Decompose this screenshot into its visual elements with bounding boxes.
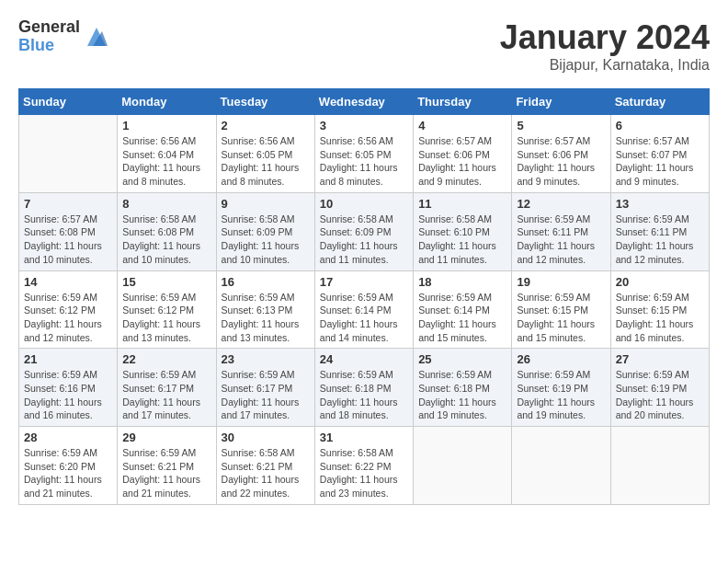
calendar-week-row: 28Sunrise: 6:59 AM Sunset: 6:20 PM Dayli… (19, 427, 710, 505)
calendar-day-cell: 31Sunrise: 6:58 AM Sunset: 6:22 PM Dayli… (314, 427, 413, 505)
day-number: 10 (320, 197, 408, 211)
calendar-day-cell: 10Sunrise: 6:58 AM Sunset: 6:09 PM Dayli… (314, 192, 413, 270)
logo: General Blue (18, 18, 109, 55)
calendar-day-cell: 24Sunrise: 6:59 AM Sunset: 6:18 PM Dayli… (314, 349, 413, 427)
day-info: Sunrise: 6:58 AM Sunset: 6:09 PM Dayligh… (320, 213, 408, 267)
calendar-day-cell: 28Sunrise: 6:59 AM Sunset: 6:20 PM Dayli… (19, 427, 118, 505)
day-info: Sunrise: 6:57 AM Sunset: 6:08 PM Dayligh… (24, 213, 112, 267)
day-info: Sunrise: 6:59 AM Sunset: 6:11 PM Dayligh… (616, 213, 704, 267)
day-number: 2 (222, 119, 310, 132)
calendar-week-row: 7Sunrise: 6:57 AM Sunset: 6:08 PM Daylig… (19, 192, 710, 270)
calendar-day-cell (19, 115, 118, 193)
day-number: 3 (320, 119, 408, 132)
day-number: 22 (122, 352, 210, 366)
day-of-week-header: Tuesday (216, 89, 314, 115)
day-number: 15 (122, 275, 210, 289)
calendar-day-cell: 8Sunrise: 6:58 AM Sunset: 6:08 PM Daylig… (118, 192, 216, 270)
day-number: 5 (517, 119, 605, 132)
day-info: Sunrise: 6:56 AM Sunset: 6:05 PM Dayligh… (222, 134, 310, 189)
day-info: Sunrise: 6:59 AM Sunset: 6:21 PM Dayligh… (122, 446, 210, 500)
day-number: 28 (24, 431, 112, 444)
calendar-day-cell: 1Sunrise: 6:56 AM Sunset: 6:04 PM Daylig… (118, 115, 216, 193)
day-info: Sunrise: 6:56 AM Sunset: 6:04 PM Dayligh… (122, 134, 210, 189)
logo-general-text: General (18, 18, 80, 37)
logo-icon (84, 24, 109, 50)
calendar-day-cell: 25Sunrise: 6:59 AM Sunset: 6:18 PM Dayli… (414, 349, 512, 427)
calendar-day-cell: 22Sunrise: 6:59 AM Sunset: 6:17 PM Dayli… (118, 349, 216, 427)
calendar-day-cell: 2Sunrise: 6:56 AM Sunset: 6:05 PM Daylig… (216, 115, 314, 193)
day-info: Sunrise: 6:57 AM Sunset: 6:06 PM Dayligh… (418, 134, 506, 189)
day-number: 29 (122, 431, 210, 444)
calendar-day-cell: 7Sunrise: 6:57 AM Sunset: 6:08 PM Daylig… (19, 192, 118, 270)
calendar-day-cell: 13Sunrise: 6:59 AM Sunset: 6:11 PM Dayli… (610, 192, 709, 270)
day-number: 14 (24, 275, 112, 289)
day-number: 9 (222, 197, 310, 211)
day-number: 23 (222, 352, 310, 366)
day-info: Sunrise: 6:59 AM Sunset: 6:16 PM Dayligh… (24, 368, 112, 422)
calendar-week-row: 14Sunrise: 6:59 AM Sunset: 6:12 PM Dayli… (19, 270, 710, 349)
day-info: Sunrise: 6:57 AM Sunset: 6:06 PM Dayligh… (517, 134, 605, 189)
calendar-day-cell: 26Sunrise: 6:59 AM Sunset: 6:19 PM Dayli… (512, 349, 610, 427)
day-number: 21 (24, 352, 112, 366)
calendar-day-cell (610, 427, 709, 505)
day-of-week-header: Saturday (610, 89, 709, 115)
day-number: 19 (517, 275, 605, 289)
day-number: 24 (320, 352, 408, 366)
calendar-day-cell: 4Sunrise: 6:57 AM Sunset: 6:06 PM Daylig… (414, 115, 512, 193)
day-info: Sunrise: 6:59 AM Sunset: 6:18 PM Dayligh… (320, 368, 408, 422)
day-of-week-header: Wednesday (314, 89, 413, 115)
day-number: 18 (418, 275, 506, 289)
day-number: 13 (616, 197, 704, 211)
day-number: 17 (320, 275, 408, 289)
day-info: Sunrise: 6:59 AM Sunset: 6:15 PM Dayligh… (517, 291, 605, 345)
calendar-header-row: SundayMondayTuesdayWednesdayThursdayFrid… (19, 89, 710, 115)
calendar-week-row: 1Sunrise: 6:56 AM Sunset: 6:04 PM Daylig… (19, 115, 710, 193)
day-info: Sunrise: 6:58 AM Sunset: 6:10 PM Dayligh… (418, 213, 506, 267)
day-info: Sunrise: 6:59 AM Sunset: 6:11 PM Dayligh… (517, 213, 605, 267)
day-info: Sunrise: 6:59 AM Sunset: 6:14 PM Dayligh… (418, 291, 506, 345)
day-info: Sunrise: 6:57 AM Sunset: 6:07 PM Dayligh… (616, 134, 704, 189)
calendar-day-cell: 9Sunrise: 6:58 AM Sunset: 6:09 PM Daylig… (216, 192, 314, 270)
day-info: Sunrise: 6:58 AM Sunset: 6:08 PM Dayligh… (122, 213, 210, 267)
day-of-week-header: Monday (118, 89, 216, 115)
calendar-day-cell (512, 427, 610, 505)
calendar-day-cell: 29Sunrise: 6:59 AM Sunset: 6:21 PM Dayli… (118, 427, 216, 505)
day-number: 4 (418, 119, 506, 132)
day-number: 26 (517, 352, 605, 366)
calendar-table: SundayMondayTuesdayWednesdayThursdayFrid… (18, 88, 710, 505)
day-info: Sunrise: 6:59 AM Sunset: 6:19 PM Dayligh… (616, 368, 704, 422)
day-number: 20 (616, 275, 704, 289)
day-number: 8 (122, 197, 210, 211)
calendar-day-cell: 21Sunrise: 6:59 AM Sunset: 6:16 PM Dayli… (19, 349, 118, 427)
calendar-day-cell: 18Sunrise: 6:59 AM Sunset: 6:14 PM Dayli… (414, 270, 512, 349)
day-number: 7 (24, 197, 112, 211)
month-title: January 2024 (500, 18, 710, 57)
calendar-week-row: 21Sunrise: 6:59 AM Sunset: 6:16 PM Dayli… (19, 349, 710, 427)
day-number: 31 (320, 431, 408, 444)
day-number: 16 (222, 275, 310, 289)
day-number: 30 (222, 431, 310, 444)
day-number: 12 (517, 197, 605, 211)
day-info: Sunrise: 6:59 AM Sunset: 6:15 PM Dayligh… (616, 291, 704, 345)
day-info: Sunrise: 6:59 AM Sunset: 6:18 PM Dayligh… (418, 368, 506, 422)
day-number: 25 (418, 352, 506, 366)
day-info: Sunrise: 6:59 AM Sunset: 6:17 PM Dayligh… (222, 368, 310, 422)
day-info: Sunrise: 6:58 AM Sunset: 6:09 PM Dayligh… (222, 213, 310, 267)
calendar-day-cell: 3Sunrise: 6:56 AM Sunset: 6:05 PM Daylig… (314, 115, 413, 193)
day-info: Sunrise: 6:59 AM Sunset: 6:19 PM Dayligh… (517, 368, 605, 422)
calendar-day-cell: 6Sunrise: 6:57 AM Sunset: 6:07 PM Daylig… (610, 115, 709, 193)
day-of-week-header: Thursday (414, 89, 512, 115)
calendar-day-cell: 17Sunrise: 6:59 AM Sunset: 6:14 PM Dayli… (314, 270, 413, 349)
calendar-day-cell: 15Sunrise: 6:59 AM Sunset: 6:12 PM Dayli… (118, 270, 216, 349)
calendar-day-cell: 11Sunrise: 6:58 AM Sunset: 6:10 PM Dayli… (414, 192, 512, 270)
calendar-day-cell (414, 427, 512, 505)
day-number: 6 (616, 119, 704, 132)
logo-blue-text: Blue (18, 37, 80, 55)
day-info: Sunrise: 6:58 AM Sunset: 6:22 PM Dayligh… (320, 446, 408, 500)
day-info: Sunrise: 6:59 AM Sunset: 6:13 PM Dayligh… (222, 291, 310, 345)
calendar-day-cell: 23Sunrise: 6:59 AM Sunset: 6:17 PM Dayli… (216, 349, 314, 427)
day-info: Sunrise: 6:59 AM Sunset: 6:12 PM Dayligh… (122, 291, 210, 345)
calendar-day-cell: 27Sunrise: 6:59 AM Sunset: 6:19 PM Dayli… (610, 349, 709, 427)
calendar-day-cell: 12Sunrise: 6:59 AM Sunset: 6:11 PM Dayli… (512, 192, 610, 270)
location-text: Bijapur, Karnataka, India (500, 57, 710, 74)
